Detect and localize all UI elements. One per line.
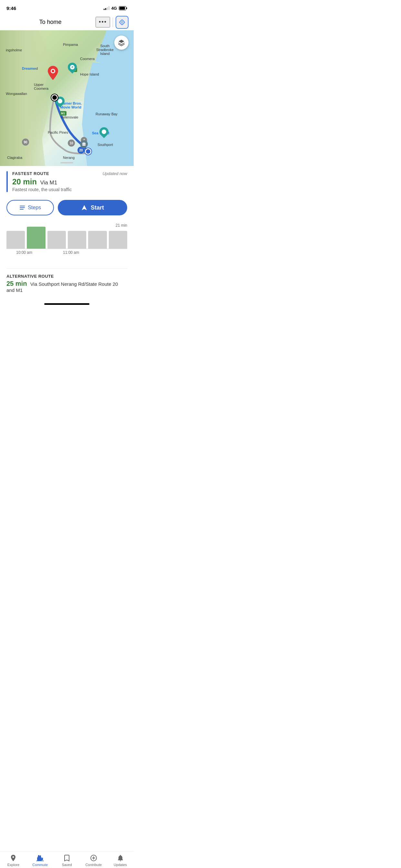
nav-divider bbox=[113, 18, 113, 27]
top-nav: To home ••• bbox=[0, 14, 134, 30]
home-bar bbox=[44, 303, 89, 305]
label-pimpama: Pimpama bbox=[63, 42, 78, 46]
steps-icon bbox=[19, 205, 25, 210]
label-helensvale: Helensvale bbox=[61, 115, 78, 119]
svg-rect-1 bbox=[120, 7, 125, 10]
label-runaway-bay: Runaway Bay bbox=[96, 112, 118, 116]
label-hope-island: Hope Island bbox=[80, 72, 99, 76]
road-marker-10: 10 bbox=[68, 140, 75, 147]
chart-bar-3 bbox=[68, 231, 86, 249]
diamond-arrow-icon bbox=[119, 19, 126, 26]
alt-duration: 25 min bbox=[6, 280, 27, 287]
poi-dreamworld[interactable] bbox=[68, 63, 77, 72]
chart-bar-0 bbox=[6, 231, 25, 249]
chart-time-label-1: 10:00 am bbox=[16, 250, 32, 255]
label-south-stradbroke: SouthStradbrokeIsland bbox=[96, 44, 114, 56]
chart-time-label-2: 11:00 am bbox=[63, 250, 79, 255]
poi-work bbox=[80, 140, 88, 148]
battery-icon bbox=[119, 6, 127, 10]
chart-bar-1 bbox=[27, 227, 45, 249]
label-southport: Southport bbox=[97, 143, 113, 147]
home-indicator bbox=[0, 299, 134, 309]
road-marker-90: 90 bbox=[22, 138, 29, 146]
status-icons: 4G bbox=[104, 6, 127, 11]
route-label: FASTEST ROUTE bbox=[12, 171, 49, 176]
steps-button[interactable]: Steps bbox=[6, 200, 54, 215]
more-icon: ••• bbox=[99, 19, 107, 26]
route-via: Via M1 bbox=[40, 180, 57, 186]
route-duration: 20 min bbox=[12, 177, 37, 186]
chart-bar-4 bbox=[88, 231, 106, 249]
label-dreamworld: Dreamwd bbox=[22, 66, 38, 70]
layers-icon bbox=[118, 39, 125, 46]
drag-handle[interactable] bbox=[60, 162, 73, 163]
svg-point-10 bbox=[52, 70, 54, 72]
traffic-chart: 21 min 10:00 am 11:00 am bbox=[0, 221, 134, 268]
navigation-icon bbox=[81, 205, 88, 211]
route-description: Fastest route, the usual traffic bbox=[12, 187, 127, 192]
alternative-route: ALTERNATIVE ROUTE 25 min Via Southport N… bbox=[0, 269, 134, 299]
poi-sea-world[interactable] bbox=[99, 127, 109, 136]
route-header: FASTEST ROUTE Updated now bbox=[12, 171, 127, 176]
alt-route-label: ALTERNATIVE ROUTE bbox=[6, 274, 127, 279]
action-buttons: Steps Start bbox=[0, 195, 134, 221]
label-ingsholme: ingsholme bbox=[6, 48, 22, 52]
label-clagiraba: Clagiraba bbox=[7, 156, 22, 159]
map-background: Pimpama SouthStradbrokeIsland Coomera Ho… bbox=[0, 30, 134, 166]
start-button[interactable]: Start bbox=[58, 200, 127, 215]
layers-button[interactable] bbox=[114, 35, 128, 50]
label-nerang: Nerang bbox=[63, 156, 74, 159]
end-pin bbox=[85, 148, 91, 155]
chart-bar-2 bbox=[48, 231, 66, 249]
label-wongawallan: Wongawallan bbox=[6, 92, 27, 96]
chart-bar-5 bbox=[109, 231, 127, 249]
road-marker-m1-mid: M1 bbox=[60, 111, 66, 116]
network-label: 4G bbox=[112, 6, 117, 11]
bottom-panel: FASTEST ROUTE Updated now 20 min Via M1 … bbox=[0, 166, 134, 299]
label-coomera: Coomera bbox=[80, 57, 95, 61]
status-time: 9:46 bbox=[6, 5, 16, 11]
status-bar: 9:46 4G bbox=[0, 0, 134, 14]
signal-icon bbox=[104, 6, 110, 10]
svg-rect-2 bbox=[126, 7, 127, 9]
more-button[interactable]: ••• bbox=[96, 17, 110, 27]
destination-pin bbox=[48, 66, 58, 82]
origin-pin bbox=[51, 94, 58, 101]
map-container[interactable]: Pimpama SouthStradbrokeIsland Coomera Ho… bbox=[0, 30, 134, 166]
start-label: Start bbox=[91, 205, 104, 211]
svg-marker-14 bbox=[82, 205, 87, 210]
route-updated: Updated now bbox=[102, 171, 127, 176]
label-upper-coomera: UpperCoomera bbox=[34, 83, 49, 90]
steps-label: Steps bbox=[28, 205, 41, 211]
chart-bars bbox=[6, 223, 127, 249]
direction-button[interactable] bbox=[116, 16, 128, 29]
page-title: To home bbox=[5, 19, 96, 26]
route-duration-row: 20 min Via M1 bbox=[12, 177, 127, 186]
chart-min-label: 21 min bbox=[116, 223, 127, 228]
alt-route-duration-row: 25 min Via Southport Nerang Rd/State Rou… bbox=[6, 280, 127, 293]
label-pacific-pines: Pacific Pines bbox=[48, 130, 68, 134]
